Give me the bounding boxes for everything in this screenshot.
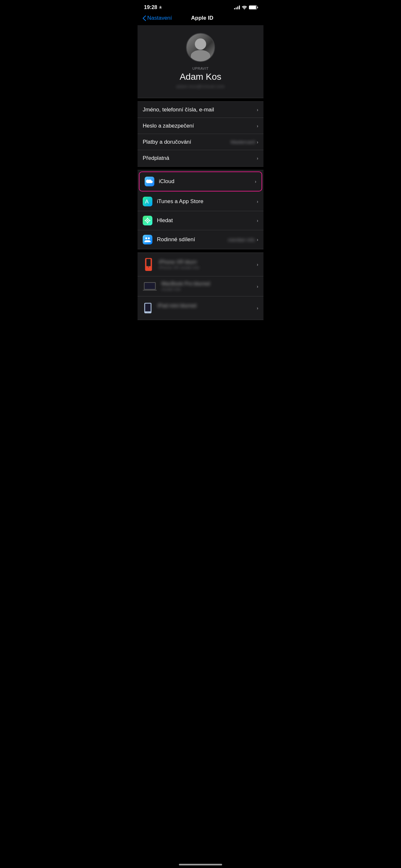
- svg-rect-12: [147, 259, 150, 266]
- device-item-macbook[interactable]: MacBook Pro blurred model info ›: [137, 276, 264, 297]
- svg-rect-18: [143, 290, 157, 290]
- svg-point-9: [148, 237, 150, 239]
- device-ipad-icon: [143, 301, 153, 315]
- wifi-icon: [242, 5, 247, 9]
- avatar-container[interactable]: [186, 33, 215, 62]
- chevron-right-icon: ›: [257, 262, 258, 267]
- chevron-right-icon: ›: [257, 123, 258, 128]
- devices-group: iPhone XR blurrr iPhone XR model info › …: [137, 252, 264, 320]
- appstore-icon: A: [143, 197, 152, 206]
- macbook-svg: [143, 282, 157, 291]
- chevron-left-icon: [143, 16, 146, 21]
- svg-rect-13: [148, 266, 150, 267]
- device-macbook-icon: [143, 281, 157, 291]
- svg-point-14: [148, 267, 149, 268]
- chevron-right-icon: ›: [257, 218, 258, 223]
- find-icon: [143, 216, 152, 225]
- svg-text:A: A: [145, 198, 149, 205]
- svg-point-8: [145, 237, 147, 239]
- edit-label[interactable]: UPRAVIT: [192, 66, 209, 70]
- avatar: [186, 33, 215, 62]
- svg-rect-15: [148, 258, 149, 259]
- chevron-right-icon: ›: [255, 179, 256, 184]
- svg-point-3: [147, 220, 148, 221]
- svg-point-21: [147, 312, 148, 313]
- status-icons: [234, 5, 257, 9]
- svg-rect-17: [145, 283, 155, 289]
- chevron-right-icon: ›: [257, 199, 258, 204]
- family-svg: [144, 236, 151, 243]
- profile-section: UPRAVIT Adam Kos adam.kos@icloud.com: [137, 25, 264, 98]
- svg-point-0: [244, 9, 245, 9]
- iphone-svg: [144, 258, 153, 271]
- profile-email: adam.kos@icloud.com: [176, 84, 225, 89]
- find-svg: [144, 217, 151, 224]
- menu-item-subscriptions[interactable]: Předplatná ›: [137, 150, 264, 166]
- status-bar: 19:28: [137, 0, 264, 12]
- location-icon: [159, 5, 162, 9]
- chevron-right-icon: ›: [257, 237, 258, 242]
- appstore-svg: A: [144, 198, 151, 205]
- chevron-right-icon: ›: [257, 156, 258, 161]
- device-item-ipad[interactable]: iPad mini blurred - ›: [137, 297, 264, 320]
- chevron-right-icon: ›: [257, 284, 258, 289]
- chevron-right-icon: ›: [257, 107, 258, 113]
- icloud-svg: [146, 178, 153, 185]
- device-iphone-icon: [143, 257, 154, 272]
- menu-item-find[interactable]: Hledat ›: [137, 211, 264, 230]
- avatar-image: [187, 34, 214, 61]
- icloud-icon: [145, 177, 154, 186]
- menu-item-family-sharing[interactable]: Rodinné sdílení member info ›: [137, 230, 264, 249]
- chevron-right-icon: ›: [257, 306, 258, 311]
- status-time: 19:28: [144, 4, 162, 10]
- menu-item-icloud[interactable]: iCloud ›: [139, 172, 262, 191]
- app-services-group: iCloud › A iTunes a App Store ›: [137, 170, 264, 249]
- battery-icon: [249, 5, 257, 9]
- back-button[interactable]: Nastavení: [143, 15, 172, 21]
- page-title: Apple ID: [191, 15, 213, 21]
- profile-name: Adam Kos: [180, 72, 221, 82]
- menu-item-password-security[interactable]: Heslo a zabezpečení ›: [137, 118, 264, 134]
- menu-item-itunes-appstore[interactable]: A iTunes a App Store ›: [137, 192, 264, 211]
- device-item-iphone[interactable]: iPhone XR blurrr iPhone XR model info ›: [137, 253, 264, 276]
- signal-icon: [234, 5, 240, 9]
- ipad-svg: [144, 302, 152, 314]
- menu-item-payment-delivery[interactable]: Platby a doručování Mastercard ›: [137, 134, 264, 150]
- menu-item-name-phone-email[interactable]: Jméno, telefonní čísla, e-mail ›: [137, 102, 264, 118]
- nav-bar: Nastavení Apple ID: [137, 12, 264, 25]
- svg-rect-20: [145, 304, 150, 311]
- settings-menu-group: Jméno, telefonní čísla, e-mail › Heslo a…: [137, 101, 264, 166]
- family-icon: [143, 235, 152, 244]
- chevron-right-icon: ›: [257, 140, 258, 145]
- svg-rect-22: [147, 303, 148, 304]
